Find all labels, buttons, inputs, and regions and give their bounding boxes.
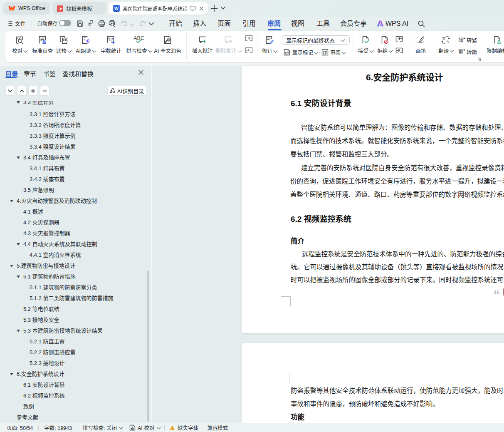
sidebar-tab-bookmarks[interactable]: 书签: [43, 69, 56, 78]
status-ai-proof[interactable]: AI 校对: [138, 424, 154, 432]
prev-comment-icon[interactable]: [245, 35, 253, 42]
toc-collapse-button[interactable]: [5, 86, 15, 96]
toc-item[interactable]: 3.3.2 各场所照度计算: [30, 122, 81, 129]
sidebar-scrollbar[interactable]: [147, 271, 149, 422]
toc-item[interactable]: 5.2.2 防侧击感应雷: [30, 349, 76, 356]
ai-polish-button[interactable]: AI 全文润色: [153, 35, 182, 54]
toc-item[interactable]: 6.2 视频监控系统: [23, 392, 65, 400]
word-count-button[interactable]: 12 字数统计: [99, 35, 124, 54]
toc-caret-icon[interactable]: [17, 101, 20, 104]
tab-wps-office[interactable]: WPS Office: [3, 2, 50, 15]
hamburger-icon[interactable]: [8, 21, 12, 26]
toc-item[interactable]: 5.1 建筑物的防雷措施: [23, 273, 76, 281]
toc-caret-icon[interactable]: [17, 276, 20, 278]
next-change-icon[interactable]: [395, 47, 403, 55]
autosave-toggle[interactable]: [59, 20, 71, 26]
next-comment-icon[interactable]: [245, 47, 253, 54]
toc-item[interactable]: 4.2 火灾探测器: [23, 219, 59, 226]
accept-button[interactable]: 接受: [356, 35, 375, 54]
wps-ai-label[interactable]: WPS AI: [385, 19, 408, 28]
save-icon[interactable]: [77, 20, 84, 27]
sidebar-tab-chapters[interactable]: 章节: [24, 69, 36, 78]
ai-recognize-toc-button[interactable]: AI识别目录: [107, 86, 146, 96]
toc-item[interactable]: 4.1 概述: [23, 208, 43, 216]
toc-item[interactable]: 5.3 本建筑防雷接地系统设计结果: [23, 327, 103, 335]
toc-item[interactable]: 3.3.3 照度计算示例: [30, 132, 76, 140]
menu-home[interactable]: 开始: [169, 19, 182, 28]
proof-button[interactable]: 校对: [7, 35, 32, 54]
status-compat-mode[interactable]: 兼容模式: [207, 424, 228, 432]
tab-list-chevron-icon[interactable]: [220, 6, 226, 10]
menu-view[interactable]: 视图: [291, 19, 304, 28]
toc-item[interactable]: 4.3 火灾报警控制器: [23, 230, 70, 237]
toc-zoom-in-button[interactable]: [28, 86, 38, 96]
restrict-edit-button[interactable]: 限制编辑: [482, 35, 504, 54]
compare-button[interactable]: 比较: [51, 35, 76, 54]
menu-page[interactable]: 页面: [217, 19, 231, 28]
toc-item[interactable]: 4.4 自动灭火系统及其联动控制: [23, 241, 97, 248]
toc-item[interactable]: 3.4.2 插座布置: [30, 176, 65, 183]
toc-item[interactable]: 5.2.1 防直击雷: [30, 338, 65, 345]
toc-item[interactable]: 致谢: [23, 403, 34, 410]
menu-membership[interactable]: 会员专享: [340, 19, 367, 28]
toc-item[interactable]: 3.4.1 灯具布置: [30, 165, 65, 172]
toc-item[interactable]: 5.1.1 建筑物的防雷防雷分类: [30, 284, 97, 291]
toc-item[interactable]: 参考文献: [17, 414, 38, 421]
menu-insert[interactable]: 插入: [193, 19, 206, 28]
reject-button[interactable]: 拒绝: [376, 35, 394, 54]
markup-state-dropdown[interactable]: 显示标记的最终状态: [282, 35, 350, 45]
status-words[interactable]: 字数: 19943: [44, 424, 72, 432]
brush-button[interactable]: 画笔: [412, 35, 430, 54]
toc-item[interactable]: 3.3.4 照度设计结果: [30, 143, 76, 151]
toc-caret-icon[interactable]: [10, 265, 13, 267]
print-preview-icon[interactable]: [109, 20, 116, 27]
status-page[interactable]: 页面: 50/54: [7, 424, 33, 432]
ai-read-button[interactable]: AI朗读: [73, 35, 99, 54]
toc-item[interactable]: 3.5 应急照明: [23, 186, 54, 194]
toc-caret-icon[interactable]: [10, 373, 13, 375]
sidebar-divider[interactable]: [151, 66, 152, 423]
toc-item[interactable]: 3.3 照度计算: [23, 101, 54, 106]
sidebar-tab-toc[interactable]: 目录: [5, 69, 18, 78]
close-icon[interactable]: [199, 6, 204, 11]
to-traditional-button[interactable]: 简 转繁: [457, 36, 477, 44]
toc-item[interactable]: 3.4 灯具及插座布置: [23, 154, 70, 161]
screen-share-icon[interactable]: [190, 6, 196, 11]
print-icon[interactable]: [98, 20, 105, 27]
tab-docer-templates[interactable]: 找稻壳模板: [52, 2, 106, 15]
search-icon[interactable]: [418, 20, 425, 27]
review-pane-button[interactable]: 审阅: [321, 48, 345, 56]
status-spellcheck[interactable]: 拼写检查: 关闭: [83, 424, 117, 432]
tab-document-active[interactable]: W 某医院住院部照明配电系统设: [109, 2, 208, 15]
menu-review[interactable]: 审阅: [267, 19, 281, 28]
expand-ribbon-icon[interactable]: [477, 57, 482, 61]
quick-toolbar-chevron-icon[interactable]: [148, 22, 154, 26]
toc-item[interactable]: 4.4.1 室内消火栓系统: [30, 251, 81, 259]
toc-item[interactable]: 4.火灾自动报警器及消防联动控制: [17, 197, 97, 205]
prev-change-icon[interactable]: [395, 36, 403, 43]
spell-check-button[interactable]: ABC 拼写检查: [125, 35, 153, 54]
document-page-1[interactable]: [242, 66, 504, 333]
toc-expand-button[interactable]: [17, 86, 27, 96]
toc-item[interactable]: 5.2 等电位联结: [23, 305, 59, 313]
toc-item[interactable]: 6.安全防护系统设计: [17, 370, 64, 378]
show-markup-button[interactable]: 显示标记: [284, 48, 318, 56]
toc-zoom-out-button[interactable]: [40, 86, 49, 96]
toc-caret-icon[interactable]: [10, 200, 13, 202]
toc-caret-icon[interactable]: [17, 330, 20, 332]
menu-file[interactable]: 文件: [15, 19, 26, 28]
toc-item[interactable]: 5.3 接地及安全: [23, 316, 59, 324]
menu-tools[interactable]: 工具: [316, 19, 330, 28]
status-missing-font[interactable]: 缺失字体: [178, 424, 198, 432]
sidebar-close-icon[interactable]: [138, 70, 144, 75]
toc-item[interactable]: 5.2.3 接地设计: [30, 360, 65, 367]
toc-item[interactable]: 3.3.1 照度计算方法: [30, 111, 76, 118]
sidebar-tab-find-replace[interactable]: 查找和替换: [62, 69, 94, 78]
toc-caret-icon[interactable]: [17, 243, 20, 246]
toc-item[interactable]: 5.建筑物防雷与接地设计: [17, 262, 75, 270]
new-tab-icon[interactable]: [210, 5, 218, 12]
toc-caret-icon[interactable]: [17, 156, 20, 159]
insert-comment-button[interactable]: 插入批注: [190, 35, 215, 54]
translate-button[interactable]: 文 A 翻译: [437, 35, 455, 54]
toc-item[interactable]: 6.1 安防设计背景: [23, 381, 65, 389]
